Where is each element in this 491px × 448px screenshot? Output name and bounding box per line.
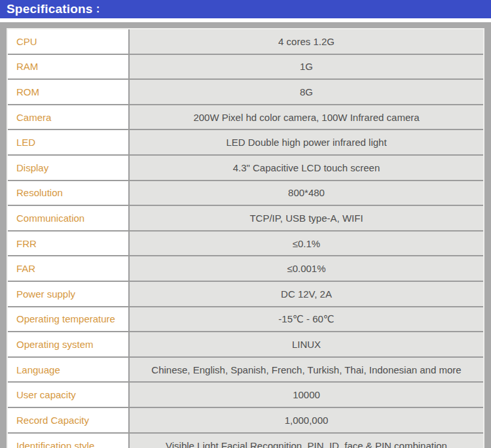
spec-label: RAM bbox=[8, 55, 130, 79]
spec-value: TCP/IP, USB type-A, WIFI bbox=[130, 206, 483, 230]
spec-label: User capacity bbox=[8, 383, 130, 407]
spec-value: 800*480 bbox=[130, 181, 483, 205]
table-row: Camera 200W Pixel hd color camera, 100W … bbox=[8, 105, 483, 131]
table-row: RAM 1G bbox=[8, 55, 483, 80]
table-row: Operating system LINUX bbox=[8, 332, 483, 358]
table-row: Resolution 800*480 bbox=[8, 181, 483, 207]
table-row: Operating temperature -15℃ - 60℃ bbox=[8, 307, 483, 333]
spec-value: ≤0.1% bbox=[130, 232, 483, 256]
spec-label: Communication bbox=[8, 206, 130, 230]
section-header: Specifications : bbox=[0, 0, 491, 18]
spec-value: 8G bbox=[130, 80, 483, 104]
page-title-colon: : bbox=[96, 3, 100, 16]
spec-label: LED bbox=[8, 130, 130, 154]
page-title: Specifications bbox=[7, 2, 93, 16]
spec-value: DC 12V, 2A bbox=[130, 282, 483, 306]
spec-label: CPU bbox=[8, 29, 130, 54]
spec-value: Visible Light Facial Recognition, PIN, I… bbox=[130, 434, 483, 448]
spec-label: ROM bbox=[8, 80, 130, 104]
spec-value: 10000 bbox=[130, 383, 483, 407]
page: Specifications : CPU 4 cores 1.2G RAM 1G… bbox=[0, 0, 491, 448]
spec-value: Chinese, English, Spanish, French, Turki… bbox=[130, 358, 483, 382]
spec-label: Language bbox=[8, 358, 130, 382]
spec-label: Operating temperature bbox=[8, 307, 130, 332]
table-row: FAR ≤0.001% bbox=[8, 256, 483, 282]
table-row: FRR ≤0.1% bbox=[8, 232, 483, 257]
table-row: CPU 4 cores 1.2G bbox=[8, 29, 483, 55]
table-row: Language Chinese, English, Spanish, Fren… bbox=[8, 358, 483, 383]
spec-label: Resolution bbox=[8, 181, 130, 205]
spec-value: 1G bbox=[130, 55, 483, 79]
table-row: Identification style Visible Light Facia… bbox=[8, 434, 483, 448]
spec-table: CPU 4 cores 1.2G RAM 1G ROM 8G Camera 20… bbox=[7, 28, 484, 448]
spec-label: FAR bbox=[8, 256, 130, 281]
table-row: Display 4.3" Capacitive LCD touch screen bbox=[8, 156, 483, 181]
spec-panel: CPU 4 cores 1.2G RAM 1G ROM 8G Camera 20… bbox=[0, 22, 491, 448]
spec-value: LED Double high power infrared light bbox=[130, 130, 483, 154]
table-row: LED LED Double high power infrared light bbox=[8, 130, 483, 156]
spec-value: 4.3" Capacitive LCD touch screen bbox=[130, 156, 483, 180]
spec-label: Camera bbox=[8, 105, 130, 129]
spec-value: LINUX bbox=[130, 332, 483, 356]
spec-label: Operating system bbox=[8, 332, 130, 356]
table-row: Communication TCP/IP, USB type-A, WIFI bbox=[8, 206, 483, 232]
spec-value: 1,000,000 bbox=[130, 408, 483, 432]
table-row: Record Capacity 1,000,000 bbox=[8, 408, 483, 434]
spec-value: 4 cores 1.2G bbox=[130, 29, 483, 54]
spec-value: -15℃ - 60℃ bbox=[130, 307, 483, 332]
spec-label: Record Capacity bbox=[8, 408, 130, 432]
spec-label: Power supply bbox=[8, 282, 130, 306]
spec-value: ≤0.001% bbox=[130, 256, 483, 281]
spec-label: Identification style bbox=[8, 434, 130, 448]
table-row: Power supply DC 12V, 2A bbox=[8, 282, 483, 307]
spec-label: FRR bbox=[8, 232, 130, 256]
spec-label: Display bbox=[8, 156, 130, 180]
table-row: User capacity 10000 bbox=[8, 383, 483, 408]
spec-value: 200W Pixel hd color camera, 100W Infrare… bbox=[130, 105, 483, 129]
table-row: ROM 8G bbox=[8, 80, 483, 105]
